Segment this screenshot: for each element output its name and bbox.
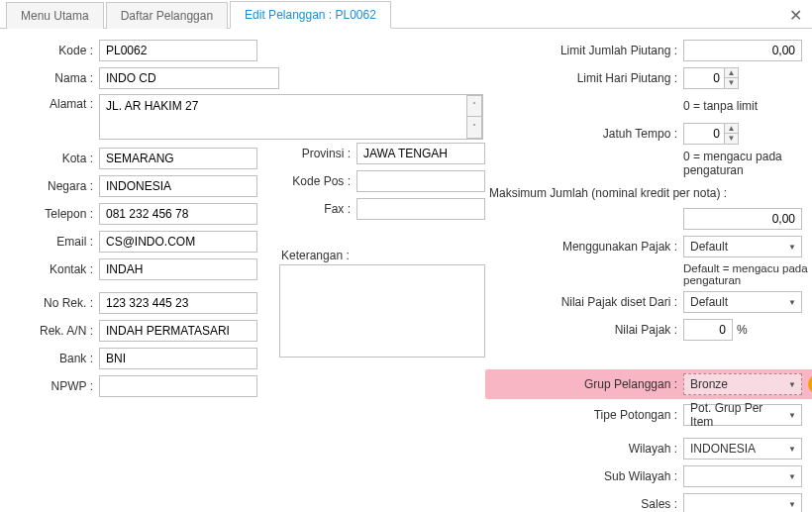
chevron-down-icon: ▼: [785, 298, 799, 307]
limit-jumlah-piutang-input[interactable]: [683, 40, 802, 61]
wilayah-label: Wilayah :: [485, 442, 683, 456]
jatuh-tempo-up[interactable]: ▲: [725, 124, 738, 134]
sub-wilayah-label: Sub Wilayah :: [485, 469, 683, 483]
close-icon[interactable]: ✕: [789, 4, 812, 24]
nilai-pajak-diset-label: Nilai Pajak diset Dari :: [485, 295, 683, 309]
maksimum-jumlah-label: Maksimum Jumlah (nominal kredit per nota…: [485, 186, 727, 200]
nilai-pajak-label: Nilai Pajak :: [485, 323, 683, 337]
limit-hari-piutang-input[interactable]: [684, 68, 724, 88]
chevron-down-icon: ▼: [785, 445, 799, 454]
tipe-potongan-select[interactable]: Pot. Grup Per Item ▼: [683, 404, 802, 426]
jatuh-tempo-stepper[interactable]: ▲ ▼: [683, 123, 739, 145]
chevron-down-icon: ▼: [785, 411, 799, 420]
fax-input[interactable]: [356, 198, 485, 220]
limit-hari-piutang-label: Limit Hari Piutang :: [485, 71, 683, 85]
no-rek-label: No Rek. :: [12, 296, 99, 310]
nama-input[interactable]: [99, 67, 279, 89]
email-label: Email :: [12, 235, 99, 249]
fax-label: Fax :: [279, 202, 356, 216]
nilai-pajak-input[interactable]: [683, 319, 733, 341]
chevron-down-icon: ▼: [785, 243, 799, 252]
rek-an-input[interactable]: [99, 320, 257, 342]
email-input[interactable]: [99, 231, 257, 253]
grup-pelanggan-select[interactable]: Bronze ▼: [683, 373, 802, 395]
kota-input[interactable]: [99, 148, 257, 169]
bank-input[interactable]: [99, 348, 257, 369]
tipe-potongan-label: Tipe Potongan :: [485, 408, 683, 422]
percent-label: %: [737, 323, 748, 337]
alamat-input[interactable]: [99, 94, 483, 140]
tab-daftar-pelanggan[interactable]: Daftar Pelanggan: [106, 2, 228, 29]
add-grup-button[interactable]: +: [808, 374, 812, 394]
no-rek-input[interactable]: [99, 292, 257, 314]
kode-pos-label: Kode Pos :: [279, 174, 356, 188]
hint-mengacu: 0 = mengacu pada pengaturan: [683, 150, 812, 177]
jatuh-tempo-down[interactable]: ▼: [725, 134, 738, 144]
menggunakan-pajak-label: Menggunakan Pajak :: [485, 240, 683, 254]
nilai-pajak-diset-select[interactable]: Default ▼: [683, 291, 802, 313]
maksimum-jumlah-input[interactable]: [683, 208, 802, 230]
kode-input[interactable]: [99, 40, 257, 61]
limit-hari-piutang-stepper[interactable]: ▲ ▼: [683, 67, 739, 89]
sales-label: Sales :: [485, 497, 683, 511]
npwp-input[interactable]: [99, 375, 257, 397]
bank-label: Bank :: [12, 352, 99, 365]
alamat-label: Alamat :: [12, 94, 99, 111]
npwp-label: NPWP :: [12, 379, 99, 393]
tab-bar: Menu Utama Daftar Pelanggan Edit Pelangg…: [0, 0, 812, 29]
limit-hari-down[interactable]: ▼: [725, 78, 738, 88]
negara-label: Negara :: [12, 179, 99, 193]
kota-label: Kota :: [12, 152, 99, 165]
chevron-down-icon: ▼: [785, 500, 799, 509]
alamat-spin-up[interactable]: ˄: [466, 95, 482, 117]
negara-input[interactable]: [99, 175, 257, 197]
tab-menu-utama[interactable]: Menu Utama: [6, 2, 104, 29]
nama-label: Nama :: [12, 71, 99, 85]
grup-pelanggan-label: Grup Pelanggan :: [489, 377, 683, 391]
provinsi-input[interactable]: [356, 143, 485, 164]
jatuh-tempo-input[interactable]: [684, 124, 724, 144]
keterangan-input[interactable]: [279, 264, 485, 358]
keterangan-label: Keterangan :: [279, 249, 355, 262]
tab-edit-pelanggan[interactable]: Edit Pelanggan : PL0062: [230, 1, 391, 29]
telepon-input[interactable]: [99, 203, 257, 225]
kode-pos-input[interactable]: [356, 170, 485, 192]
grup-pelanggan-row: Grup Pelanggan : Bronze ▼ +: [485, 369, 812, 399]
limit-hari-up[interactable]: ▲: [725, 68, 738, 78]
alamat-spin-down[interactable]: ˅: [466, 117, 482, 139]
kontak-label: Kontak :: [12, 262, 99, 276]
rek-an-label: Rek. A/N :: [12, 324, 99, 338]
jatuh-tempo-label: Jatuh Tempo :: [485, 127, 683, 141]
wilayah-select[interactable]: INDONESIA ▼: [683, 438, 802, 460]
chevron-down-icon: ▼: [785, 380, 799, 389]
sub-wilayah-select[interactable]: ▼: [683, 465, 802, 487]
limit-jumlah-piutang-label: Limit Jumlah Piutang :: [485, 44, 683, 57]
sales-select[interactable]: ▼: [683, 493, 802, 512]
kode-label: Kode :: [12, 44, 99, 57]
provinsi-label: Provinsi :: [279, 147, 356, 160]
hint-tanpa-limit: 0 = tanpa limit: [683, 99, 758, 113]
menggunakan-pajak-select[interactable]: Default ▼: [683, 236, 802, 257]
kontak-input[interactable]: [99, 258, 257, 280]
telepon-label: Telepon :: [12, 207, 99, 221]
hint-default: Default = mengacu pada pengaturan: [683, 262, 812, 286]
chevron-down-icon: ▼: [785, 472, 799, 481]
